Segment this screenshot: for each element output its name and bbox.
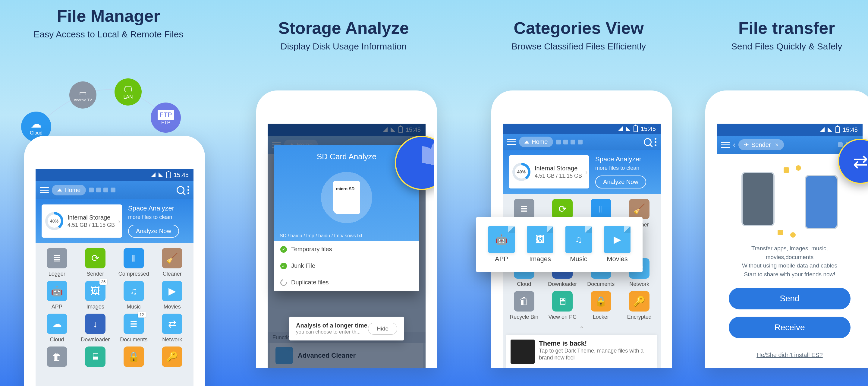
- sender-icon: ⟳: [85, 248, 105, 268]
- movie-icon: ▶: [162, 281, 182, 301]
- panel3-title: Categories View: [514, 18, 644, 38]
- sd-card-icon: [316, 167, 377, 228]
- status-bar: 15:45: [36, 169, 193, 181]
- cat-cloud[interactable]: ☁Cloud: [38, 314, 75, 343]
- download-icon: ↓: [85, 314, 105, 334]
- space-analyzer-sub: more files to clean: [128, 214, 172, 220]
- search-icon[interactable]: [644, 138, 652, 146]
- popout-app[interactable]: 🤖APP: [488, 226, 515, 263]
- internal-storage-card[interactable]: 40%Internal Storage4.51 GB / 11.15 GB›: [509, 155, 589, 188]
- cloud-icon: ☁: [47, 314, 67, 334]
- trash-icon: 🗑: [47, 347, 67, 367]
- phone-storage: 15:45 Home Function Advanced Cleaner SD …: [256, 90, 437, 368]
- home-chip[interactable]: Home: [519, 137, 553, 147]
- menu-icon[interactable]: [721, 142, 730, 148]
- cat-images[interactable]: 🖼35Images: [77, 281, 114, 310]
- panel1-subtitle: Easy Access to Local & Remote Files: [34, 29, 184, 39]
- storage-name: Internal Storage: [67, 214, 115, 221]
- cat-sender[interactable]: ⟳Sender: [77, 248, 114, 277]
- document-icon: ≣12: [124, 314, 144, 334]
- toolbar-mini-icon[interactable]: [96, 187, 101, 192]
- cat-encrypted[interactable]: 🔑: [154, 347, 191, 369]
- signal-icon: [158, 173, 163, 177]
- cat-locker[interactable]: 🔒: [116, 347, 152, 369]
- phone-filemanager: 15:45 Home 40% Internal Storage4.51 GB /…: [24, 136, 205, 386]
- cat-recycle[interactable]: 🗑: [38, 347, 75, 369]
- panel4-subtitle: Send Files Quickly & Safely: [731, 41, 842, 52]
- panel2-subtitle: Display Disk Usage Information: [281, 41, 407, 52]
- image-icon: 🖼: [527, 226, 553, 253]
- movie-icon: ▶: [604, 226, 630, 253]
- send-button[interactable]: Send: [729, 288, 850, 309]
- popout-music[interactable]: ♫Music: [565, 226, 592, 263]
- cat-documents[interactable]: ≣12Documents: [116, 314, 152, 343]
- panel4-title: File transfer: [738, 18, 835, 38]
- menu-icon[interactable]: [40, 187, 49, 193]
- toolbar-mini-icon[interactable]: [89, 187, 94, 192]
- category-grid: ≣Logger ⟳Sender ⦀Compressed 🧹Cleaner 🤖AP…: [36, 243, 193, 374]
- cat-viewpc[interactable]: 🖥View on PC: [544, 291, 581, 320]
- cat-cleaner[interactable]: 🧹Cleaner: [154, 248, 191, 277]
- overflow-icon[interactable]: [187, 186, 189, 194]
- category-popout: 🤖APP 🖼Images ♫Music ▶Movies: [476, 217, 643, 272]
- close-icon[interactable]: ×: [775, 142, 779, 148]
- internal-storage-card[interactable]: 40% Internal Storage4.51 GB / 11.15 GB ›: [41, 204, 122, 238]
- cat-downloader[interactable]: ↓Downloader: [77, 314, 114, 343]
- logger-icon: ≣: [47, 248, 67, 268]
- popout-images[interactable]: 🖼Images: [527, 226, 553, 263]
- music-icon: ♫: [565, 226, 592, 253]
- search-icon[interactable]: [177, 186, 184, 194]
- cat-compressed[interactable]: ⦀Compressed: [116, 248, 152, 277]
- transfer-description: Transfer apps, images, music, movies,doc…: [729, 244, 850, 279]
- install-link[interactable]: He/She didn't install ES?: [756, 352, 823, 359]
- analyze-now-button[interactable]: Analyze Now: [128, 225, 179, 238]
- sender-chip[interactable]: ✈Sender×: [738, 139, 784, 150]
- menu-icon[interactable]: [507, 139, 516, 145]
- junk-file-row[interactable]: ✓Junk File: [274, 258, 419, 274]
- network-icon: ⇄: [162, 314, 182, 334]
- analyze-now-button[interactable]: Analyze Now: [595, 176, 646, 188]
- app-bar: Home: [36, 181, 193, 199]
- cat-music[interactable]: ♫Music: [116, 281, 152, 310]
- cat-movies[interactable]: ▶Movies: [154, 281, 191, 310]
- sd-path: SD / baidu / tmp / baidu / tmp/ sows.txt…: [274, 231, 419, 241]
- storage-hero: 40% Internal Storage4.51 GB / 11.15 GB ›…: [36, 199, 193, 243]
- temp-files-row[interactable]: ✓Temporary files: [274, 241, 419, 258]
- orbit-ftp: FTPFTP: [151, 102, 181, 133]
- zip-icon: ⦀: [124, 248, 144, 268]
- orbit-lan: 🖵LAN: [115, 79, 142, 106]
- cat-logger[interactable]: ≣Logger: [38, 248, 75, 277]
- storage-ring-icon: 40%: [45, 212, 63, 230]
- panel3-subtitle: Browse Classified Files Efficiently: [512, 41, 646, 52]
- android-icon: 🤖: [488, 226, 515, 253]
- popout-movies[interactable]: ▶Movies: [604, 226, 630, 263]
- pc-icon: 🖥: [85, 347, 105, 367]
- clock: 15:45: [174, 172, 189, 179]
- cat-recycle[interactable]: 🗑Recycle Bin: [506, 291, 542, 320]
- hide-button[interactable]: Hide: [368, 323, 397, 335]
- toolbar-icon[interactable]: [838, 142, 843, 147]
- check-icon: ✓: [280, 246, 287, 253]
- analysis-note: Analysis of a longer timeyou can choose …: [289, 317, 404, 340]
- image-icon: 🖼35: [85, 281, 105, 301]
- home-chip[interactable]: Home: [52, 185, 86, 196]
- cat-viewpc[interactable]: 🖥: [77, 347, 114, 369]
- cat-locker[interactable]: 🔒Locker: [583, 291, 619, 320]
- chevron-right-icon: ›: [118, 218, 120, 225]
- lock-icon: 🔒: [124, 347, 144, 367]
- toolbar-mini-icon[interactable]: [111, 187, 116, 192]
- check-icon: ✓: [280, 263, 287, 269]
- toolbar-mini-icon[interactable]: [103, 187, 108, 192]
- shield-icon: 🔑: [162, 347, 182, 367]
- cat-encrypted[interactable]: 🔑Encrypted: [621, 291, 658, 320]
- cat-network[interactable]: ⇄Network: [154, 314, 191, 343]
- cat-app[interactable]: 🤖APP: [38, 281, 75, 310]
- receive-button[interactable]: Receive: [729, 317, 850, 338]
- theme-card[interactable]: Theme is back!Tap to get Dark Theme, man…: [506, 335, 657, 368]
- spinner-icon: [279, 278, 288, 287]
- panel2-title: Storage Analyze: [278, 18, 409, 38]
- broom-icon: 🧹: [162, 248, 182, 268]
- overflow-icon[interactable]: [655, 138, 656, 146]
- duplicate-files-row[interactable]: Duplicate files: [274, 274, 419, 291]
- storage-size: 4.51 GB / 11.15 GB: [67, 222, 115, 228]
